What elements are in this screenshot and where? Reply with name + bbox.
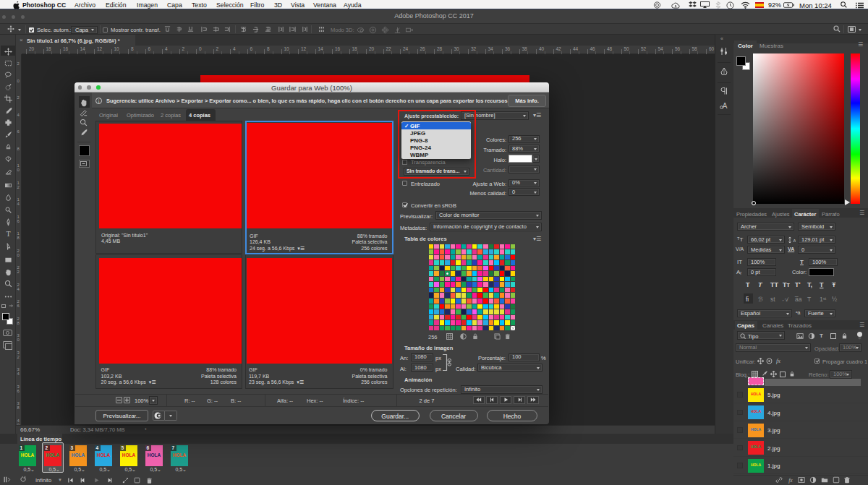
svg-text:fx: fx xyxy=(776,358,780,364)
svg-text:A: A xyxy=(723,102,728,110)
svg-text:T: T xyxy=(6,230,10,238)
svg-text:fx: fx xyxy=(788,477,793,484)
svg-text:A: A xyxy=(793,238,796,242)
